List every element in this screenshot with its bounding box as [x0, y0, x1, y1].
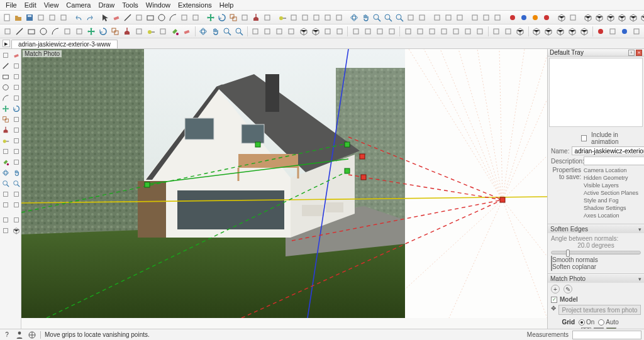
- viewport[interactable]: Match Photo: [21, 49, 547, 329]
- arc-button[interactable]: [168, 12, 178, 23]
- scene-prop-item[interactable]: Camera Location: [584, 167, 638, 174]
- scene-prop-item[interactable]: Style and Fog: [584, 197, 638, 204]
- include-animation-checkbox[interactable]: [581, 135, 587, 141]
- flip-edge-button[interactable]: [475, 26, 486, 37]
- pan-button[interactable]: [210, 26, 221, 37]
- walk-button[interactable]: [455, 12, 465, 23]
- grid-auto-radio[interactable]: Auto: [598, 319, 619, 326]
- components-button[interactable]: [298, 26, 309, 37]
- 3d-warehouse-button[interactable]: [515, 26, 526, 37]
- followme-tool[interactable]: [11, 125, 21, 135]
- right-button[interactable]: [617, 12, 627, 23]
- orbit-tool[interactable]: [1, 168, 11, 178]
- menu-view[interactable]: View: [41, 1, 62, 9]
- dimension-button[interactable]: [300, 12, 310, 23]
- circle-tool[interactable]: [1, 82, 11, 92]
- scene-prop-item[interactable]: Axes Location: [584, 212, 638, 219]
- model-info-button[interactable]: [374, 26, 385, 37]
- move-button[interactable]: [86, 26, 96, 37]
- scale-tool[interactable]: [1, 114, 11, 124]
- rectangle-tool[interactable]: [1, 72, 11, 82]
- circle-button[interactable]: [38, 26, 48, 37]
- solid-union-button[interactable]: [531, 26, 542, 37]
- protractor-tool[interactable]: [11, 136, 21, 146]
- axes-red-button[interactable]: [596, 26, 606, 37]
- paste-button[interactable]: [58, 12, 69, 23]
- drape-button[interactable]: [450, 26, 461, 37]
- undo-button[interactable]: [74, 12, 84, 23]
- zoom-extents-tool[interactable]: [11, 178, 21, 189]
- help-icon[interactable]: ?: [3, 331, 11, 339]
- scene-description-input[interactable]: [584, 156, 644, 165]
- circle-button[interactable]: [157, 12, 167, 23]
- xray-button[interactable]: [492, 12, 502, 23]
- shadows-toggle-button[interactable]: [470, 12, 480, 23]
- tape-button[interactable]: [146, 26, 157, 37]
- zoom-extents-button[interactable]: [394, 12, 404, 23]
- pie-button[interactable]: [179, 12, 189, 23]
- soften-edges-header[interactable]: Soften Edges ▾: [548, 224, 644, 233]
- text-button[interactable]: [311, 12, 321, 23]
- move-button[interactable]: [206, 12, 216, 23]
- vr-plugin-red-button[interactable]: [541, 12, 552, 23]
- pushpull-button[interactable]: [251, 12, 261, 23]
- protractor-button[interactable]: [289, 12, 299, 23]
- render-cloud-button[interactable]: [491, 26, 502, 37]
- layers-button[interactable]: [250, 26, 261, 37]
- line-button[interactable]: [14, 26, 25, 37]
- smoove-button[interactable]: [426, 26, 437, 37]
- scene-name-input[interactable]: [572, 146, 644, 155]
- orbit-button[interactable]: [349, 12, 359, 23]
- move-tool[interactable]: [1, 104, 11, 114]
- prev-view-button[interactable]: [406, 12, 416, 23]
- pan-button[interactable]: [360, 12, 370, 23]
- soften-edges-button[interactable]: [350, 26, 361, 37]
- scene-prop-item[interactable]: Shadow Settings: [584, 204, 638, 212]
- scene-prop-item[interactable]: Hidden Geometry: [584, 174, 638, 182]
- vr-orange-button[interactable]: [530, 12, 540, 23]
- axes-green-button[interactable]: [608, 26, 618, 37]
- menu-extensions[interactable]: Extensions: [175, 1, 215, 9]
- scale-button[interactable]: [228, 12, 238, 23]
- geo-tool[interactable]: [1, 226, 11, 236]
- followme-button[interactable]: [134, 26, 145, 37]
- polygon-button[interactable]: [191, 12, 201, 23]
- section-tool[interactable]: [11, 200, 21, 210]
- materials-button[interactable]: [286, 26, 297, 37]
- match-photo-header[interactable]: Match Photo ▾: [548, 274, 644, 283]
- tape-button[interactable]: [277, 12, 287, 23]
- text-tool[interactable]: [1, 146, 11, 156]
- model-visible-checkbox[interactable]: ✓: [551, 297, 557, 303]
- iso-button[interactable]: [583, 12, 593, 23]
- axes-button[interactable]: [323, 12, 333, 23]
- pushpull-tool[interactable]: [1, 125, 11, 135]
- select-tool[interactable]: [1, 50, 11, 60]
- geo-location-button[interactable]: [503, 26, 514, 37]
- grid-on-radio[interactable]: On: [579, 319, 594, 326]
- solid-subtract-button[interactable]: [543, 26, 554, 37]
- rectangle-button[interactable]: [26, 26, 36, 37]
- match-new-icon[interactable]: +: [551, 285, 560, 293]
- scenes-button[interactable]: [322, 26, 333, 37]
- zoom-extents-button[interactable]: [234, 26, 245, 37]
- polygon-button[interactable]: [62, 26, 72, 37]
- tray-close-icon[interactable]: ×: [636, 50, 642, 56]
- solid-intersect-button[interactable]: [555, 26, 566, 37]
- position-camera-button[interactable]: [432, 12, 442, 23]
- origin-marker-button[interactable]: [631, 26, 642, 37]
- sandbox-from-contours-button[interactable]: [402, 26, 413, 37]
- freehand-button[interactable]: [134, 12, 144, 23]
- fog-toggle-button[interactable]: [481, 12, 491, 23]
- redo-button[interactable]: [85, 12, 95, 23]
- top-button[interactable]: [594, 12, 604, 23]
- look-around-button[interactable]: [443, 12, 453, 23]
- entity-info-button[interactable]: [274, 26, 285, 37]
- rectangle-button[interactable]: [145, 12, 155, 23]
- warehouse-tool[interactable]: [11, 226, 21, 236]
- measurements-input[interactable]: [572, 331, 641, 339]
- open-button[interactable]: [13, 12, 23, 23]
- text-button[interactable]: [158, 26, 169, 37]
- zoom-button[interactable]: [372, 12, 382, 23]
- axes-blue-button[interactable]: [619, 26, 630, 37]
- scene-prop-item[interactable]: Active Section Planes: [584, 189, 638, 197]
